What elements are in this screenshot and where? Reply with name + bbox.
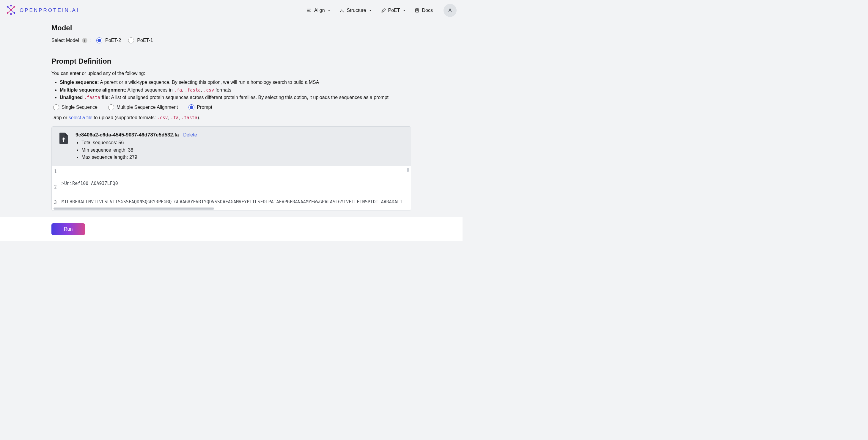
- nav-poet-label: PoET: [388, 8, 400, 13]
- prompt-def-heading: Prompt Definition: [52, 57, 411, 65]
- nav-structure-label: Structure: [347, 8, 366, 13]
- brand-text: OPENPROTEIN.AI: [20, 7, 80, 13]
- select-file-link[interactable]: select a file: [69, 115, 92, 120]
- avatar[interactable]: A: [443, 4, 457, 17]
- radio-poet2-label[interactable]: PoET-2: [105, 38, 121, 43]
- svg-point-0: [7, 6, 9, 8]
- uploaded-file-card: 9c8406a2-c6da-4545-9037-46d787e5d532.fa …: [52, 126, 411, 211]
- svg-point-6: [10, 9, 12, 11]
- svg-point-5: [10, 13, 12, 15]
- run-button[interactable]: Run: [52, 223, 85, 235]
- select-model-label: Select Model: [52, 38, 79, 43]
- nav-align[interactable]: Align: [307, 8, 331, 13]
- sequence-lines: >UniRef100_A0A937LFQ0 MTLHRERALLMVTLVLSL…: [59, 166, 411, 211]
- nav-align-label: Align: [314, 8, 325, 13]
- align-icon: [307, 8, 312, 13]
- file-name: 9c8406a2-c6da-4545-9037-46d787e5d532.fa: [75, 132, 179, 138]
- bullet-msa: Multiple sequence alignment: Aligned seq…: [60, 86, 411, 94]
- nav-poet[interactable]: PoET: [380, 8, 406, 13]
- sequence-gutter: 1 2 3: [52, 166, 59, 211]
- vertical-scrollbar-thumb[interactable]: [407, 168, 409, 172]
- svg-point-1: [14, 6, 16, 8]
- chevron-down-icon: [369, 9, 372, 12]
- bullet-unaligned: Unaligned .fasta file: A list of unalign…: [60, 94, 411, 101]
- radio-msa[interactable]: [108, 104, 114, 110]
- nav-structure[interactable]: Structure: [339, 8, 372, 13]
- bullet-single: Single sequence: A parent or a wild-type…: [60, 78, 411, 86]
- select-model-colon: :: [90, 38, 92, 43]
- book-icon: [414, 8, 420, 13]
- radio-single-seq[interactable]: [53, 104, 59, 110]
- brand-logo[interactable]: OPENPROTEIN.AI: [6, 4, 80, 17]
- drop-line: Drop or select a file to upload (support…: [52, 115, 411, 120]
- radio-prompt[interactable]: [188, 104, 194, 110]
- stat-min: Min sequence length: 38: [82, 147, 197, 154]
- info-icon[interactable]: i: [82, 38, 87, 43]
- radio-poet2[interactable]: [96, 37, 102, 43]
- avatar-initial: A: [448, 7, 452, 13]
- radio-msa-label[interactable]: Multiple Sequence Alignment: [117, 105, 178, 110]
- sequence-viewer[interactable]: 1 2 3 >UniRef100_A0A937LFQ0 MTLHRERALLMV…: [52, 166, 411, 211]
- nav-docs-label: Docs: [422, 8, 433, 13]
- file-upload-icon: [58, 132, 69, 145]
- prompt-def-intro: You can enter or upload any of the follo…: [52, 71, 411, 76]
- brand-logo-icon: [6, 4, 16, 17]
- svg-point-2: [10, 5, 12, 6]
- stat-total: Total sequences: 56: [82, 139, 197, 147]
- delete-file-link[interactable]: Delete: [183, 132, 197, 137]
- chevron-down-icon: [327, 9, 331, 12]
- stat-max: Max sequence length: 279: [82, 154, 197, 161]
- radio-prompt-label[interactable]: Prompt: [197, 105, 212, 110]
- radio-poet1[interactable]: [128, 37, 134, 43]
- structure-icon: [339, 8, 344, 13]
- nav-docs[interactable]: Docs: [414, 8, 433, 13]
- svg-point-3: [7, 12, 9, 14]
- horizontal-scrollbar-thumb[interactable]: [54, 208, 214, 210]
- svg-point-4: [14, 12, 16, 14]
- radio-single-seq-label[interactable]: Single Sequence: [62, 105, 97, 110]
- radio-poet1-label[interactable]: PoET-1: [137, 38, 153, 43]
- chevron-down-icon: [402, 9, 406, 12]
- model-heading: Model: [52, 24, 411, 32]
- feather-icon: [380, 8, 386, 13]
